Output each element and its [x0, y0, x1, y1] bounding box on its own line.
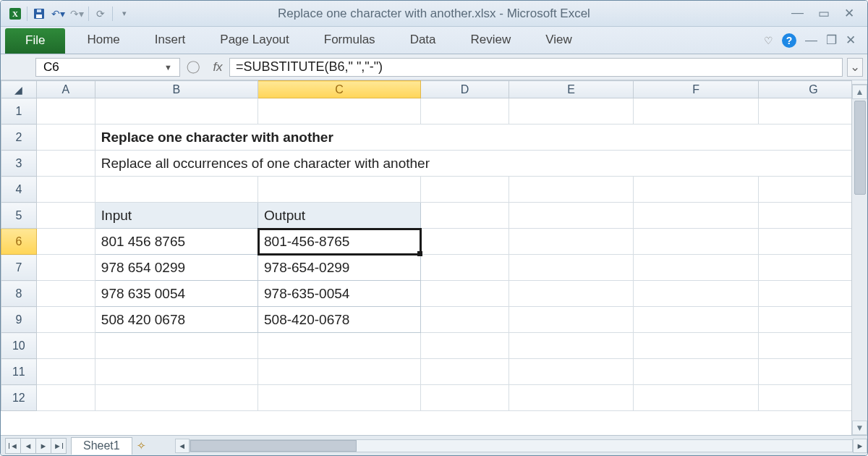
- maximize-button[interactable]: ▭: [818, 6, 830, 21]
- cell-C4[interactable]: [258, 177, 421, 203]
- cell-B1[interactable]: [95, 98, 258, 124]
- save-icon[interactable]: [32, 7, 46, 21]
- name-box-dropdown-icon[interactable]: ▼: [164, 63, 172, 72]
- cell-A2[interactable]: [36, 124, 95, 151]
- cell-F1[interactable]: [634, 98, 758, 124]
- cell-D7[interactable]: [421, 255, 509, 281]
- cell-B11[interactable]: [95, 359, 258, 385]
- cell-B9[interactable]: 508 420 0678: [95, 307, 258, 333]
- file-tab[interactable]: File: [5, 28, 65, 54]
- cell-E11[interactable]: [509, 359, 633, 385]
- cell-C12[interactable]: [258, 385, 421, 411]
- tab-view[interactable]: View: [528, 27, 590, 54]
- cell-A7[interactable]: [36, 255, 95, 281]
- cell-E9[interactable]: [509, 307, 633, 333]
- scroll-right-icon[interactable]: ►: [853, 439, 867, 453]
- formula-input[interactable]: =SUBSTITUTE(B6," ","-"): [229, 58, 843, 77]
- cell-B5[interactable]: Input: [95, 203, 258, 229]
- cell-C9[interactable]: 508-420-0678: [258, 307, 421, 333]
- row-header-12[interactable]: 12: [1, 385, 37, 411]
- cell-F9[interactable]: [634, 307, 758, 333]
- fx-icon[interactable]: fx: [206, 60, 229, 75]
- cell-E6[interactable]: [509, 229, 633, 255]
- row-header-3[interactable]: 3: [1, 151, 37, 177]
- vertical-scrollbar[interactable]: ▲ ▼: [851, 80, 867, 435]
- scroll-track-h[interactable]: [190, 439, 853, 452]
- cell-G12[interactable]: [758, 385, 851, 411]
- tab-data[interactable]: Data: [393, 27, 454, 54]
- cell-A4[interactable]: [36, 177, 95, 203]
- cell-E4[interactable]: [509, 177, 633, 203]
- cell-E12[interactable]: [509, 385, 633, 411]
- col-header-A[interactable]: A: [36, 81, 95, 98]
- tab-review[interactable]: Review: [454, 27, 529, 54]
- row-header-7[interactable]: 7: [1, 255, 37, 281]
- row-header-1[interactable]: 1: [1, 98, 37, 124]
- cell-G1[interactable]: [758, 98, 851, 124]
- row-header-9[interactable]: 9: [1, 307, 37, 333]
- sheet-first-icon[interactable]: I◄: [5, 438, 21, 454]
- row-header-10[interactable]: 10: [1, 333, 37, 359]
- col-header-E[interactable]: E: [509, 81, 633, 98]
- cell-D9[interactable]: [421, 307, 509, 333]
- cell-F7[interactable]: [634, 255, 758, 281]
- tab-page-layout[interactable]: Page Layout: [203, 27, 306, 54]
- cell-A11[interactable]: [36, 359, 95, 385]
- cell-B12[interactable]: [95, 385, 258, 411]
- cell-A12[interactable]: [36, 385, 95, 411]
- cell-D1[interactable]: [421, 98, 509, 124]
- formula-expand-icon[interactable]: ⌄: [847, 58, 863, 77]
- cell-B8[interactable]: 978 635 0054: [95, 281, 258, 307]
- qat-customize-icon[interactable]: ▾: [117, 7, 132, 21]
- cell-G11[interactable]: [758, 359, 851, 385]
- minimize-button[interactable]: —: [791, 6, 804, 21]
- cell-E1[interactable]: [509, 98, 633, 124]
- cell-A3[interactable]: [36, 151, 95, 177]
- cell-C6[interactable]: 801-456-8765: [258, 229, 421, 255]
- cell-F4[interactable]: [634, 177, 758, 203]
- heart-icon[interactable]: ♡: [764, 35, 773, 46]
- cell-E7[interactable]: [509, 255, 633, 281]
- cell-A10[interactable]: [36, 333, 95, 359]
- cell-G4[interactable]: [758, 177, 851, 203]
- scroll-down-icon[interactable]: ▼: [852, 421, 867, 435]
- row-header-2[interactable]: 2: [1, 124, 37, 151]
- undo-icon[interactable]: ↶▾: [51, 7, 65, 21]
- cell-F8[interactable]: [634, 281, 758, 307]
- grid[interactable]: ◢ A B C D E F G 1 2Replace one character…: [1, 80, 851, 435]
- cell-C11[interactable]: [258, 359, 421, 385]
- row-header-4[interactable]: 4: [1, 177, 37, 203]
- cell-F12[interactable]: [634, 385, 758, 411]
- horizontal-scrollbar[interactable]: ◄ ►: [175, 439, 867, 453]
- scroll-thumb-h[interactable]: [190, 440, 357, 452]
- ribbon-minimize-icon[interactable]: —: [805, 33, 817, 48]
- name-box[interactable]: C6 ▼: [35, 58, 180, 77]
- cell-D6[interactable]: [421, 229, 509, 255]
- cell-F5[interactable]: [634, 203, 758, 229]
- close-button[interactable]: ✕: [844, 6, 854, 21]
- col-header-B[interactable]: B: [95, 81, 258, 98]
- redo-icon[interactable]: ↷▾: [69, 7, 84, 21]
- cell-B10[interactable]: [95, 333, 258, 359]
- cell-C5[interactable]: Output: [258, 203, 421, 229]
- col-header-D[interactable]: D: [421, 81, 509, 98]
- cell-A1[interactable]: [36, 98, 95, 124]
- cell-C10[interactable]: [258, 333, 421, 359]
- tab-formulas[interactable]: Formulas: [307, 27, 393, 54]
- cell-A8[interactable]: [36, 281, 95, 307]
- cell-C7[interactable]: 978-654-0299: [258, 255, 421, 281]
- cell-B6[interactable]: 801 456 8765: [95, 229, 258, 255]
- tab-home[interactable]: Home: [69, 27, 137, 54]
- scroll-thumb-v[interactable]: [854, 101, 866, 195]
- cell-F11[interactable]: [634, 359, 758, 385]
- col-header-C[interactable]: C: [258, 81, 421, 98]
- row-header-11[interactable]: 11: [1, 359, 37, 385]
- cell-D5[interactable]: [421, 203, 509, 229]
- tab-insert[interactable]: Insert: [137, 27, 203, 54]
- cell-G7[interactable]: [758, 255, 851, 281]
- cell-D11[interactable]: [421, 359, 509, 385]
- cell-D12[interactable]: [421, 385, 509, 411]
- col-header-G[interactable]: G: [758, 81, 851, 98]
- col-header-F[interactable]: F: [634, 81, 758, 98]
- cell-E8[interactable]: [509, 281, 633, 307]
